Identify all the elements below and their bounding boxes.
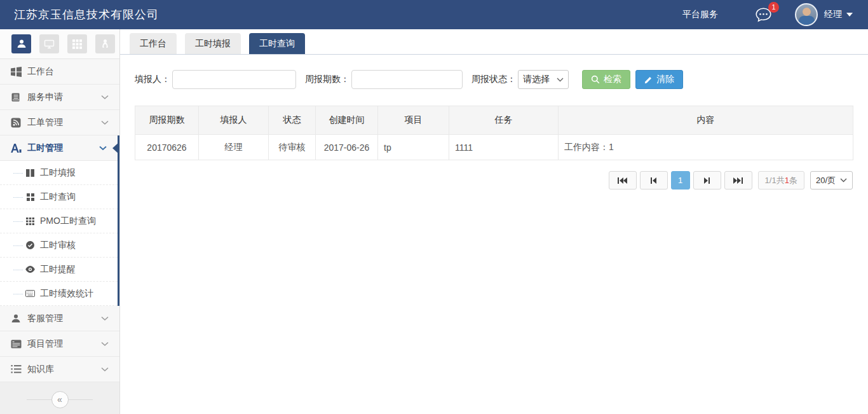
user-name: 经理	[824, 9, 842, 20]
cell-reporter: 经理	[199, 135, 269, 160]
avatar[interactable]	[795, 3, 818, 26]
table-row[interactable]: 20170626 经理 待审核 2017-06-26 tp 1111 工作内容：…	[135, 135, 853, 160]
sidebar-item-label: 项目管理	[27, 338, 63, 350]
sidebar-item-project-management[interactable]: 项目管理	[0, 331, 119, 357]
book-icon	[10, 92, 22, 103]
current-page-button[interactable]: 1	[671, 171, 690, 190]
last-page-button[interactable]	[724, 171, 752, 190]
sidebar-item-customer-service[interactable]: 客服管理	[0, 306, 119, 331]
sidebar-item-label: 工时绩效统计	[40, 288, 93, 300]
chevron-down-icon	[101, 367, 109, 372]
quick-user-button[interactable]	[11, 34, 31, 53]
pagination: 1 1/1共1条 20/页	[135, 171, 853, 190]
search-icon	[591, 75, 600, 84]
rss-icon	[10, 117, 22, 128]
sidebar-item-time-management[interactable]: 工时管理	[0, 135, 118, 161]
clear-button[interactable]: 清除	[635, 70, 683, 89]
user-menu[interactable]: 经理	[795, 3, 853, 26]
quick-penguin-button[interactable]	[95, 34, 115, 53]
table-header-row: 周报期数 填报人 状态 创建时间 项目 任务 内容	[135, 106, 853, 135]
sidebar-item-label: 工单管理	[27, 117, 63, 128]
sidebar-item-time-review[interactable]: 工时审核	[0, 233, 118, 258]
cell-content: 工作内容：1	[559, 135, 853, 160]
cell-task: 1111	[449, 135, 559, 160]
main-area: 工作台 工时填报 工时查询 填报人： 周报期数： 周报状态： 请选择 检索	[120, 29, 868, 414]
cell-project: tp	[378, 135, 449, 160]
quick-monitor-button[interactable]	[39, 34, 59, 53]
font-a-icon	[10, 142, 22, 154]
company-title: 江苏京玉信息技术有限公司	[14, 7, 159, 22]
period-input[interactable]	[351, 70, 463, 89]
ordered-list-icon	[10, 364, 22, 375]
sidebar-item-pmo-time-query[interactable]: PMO工时查询	[0, 209, 118, 233]
card-icon	[10, 338, 22, 350]
grid-icon	[72, 39, 82, 49]
sidebar-collapse-button[interactable]: «	[51, 391, 69, 408]
sidebar-item-work-orders[interactable]: 工单管理	[0, 110, 119, 135]
first-page-button[interactable]	[609, 171, 637, 190]
col-header-task: 任务	[449, 106, 559, 135]
sidebar-item-label: 服务申请	[27, 92, 63, 103]
grid-3x3-icon	[25, 217, 35, 226]
col-header-project: 项目	[378, 106, 449, 135]
cell-period: 20170626	[135, 135, 199, 160]
quick-grid-button[interactable]	[67, 34, 87, 53]
tab-time-query[interactable]: 工时查询	[249, 33, 305, 54]
platform-service-link[interactable]: 平台服务	[682, 9, 718, 20]
sidebar-item-knowledge-base[interactable]: 知识库	[0, 357, 119, 382]
sidebar-item-label: PMO工时查询	[40, 216, 96, 227]
sidebar-item-label: 工时管理	[27, 142, 63, 154]
columns-icon	[25, 169, 35, 177]
tab-workbench[interactable]: 工作台	[130, 33, 177, 54]
sidebar-item-time-reminder[interactable]: 工时提醒	[0, 258, 118, 282]
tab-time-entry[interactable]: 工时填报	[185, 33, 241, 54]
status-label: 周报状态：	[471, 74, 516, 85]
chevron-down-icon	[99, 146, 107, 151]
sidebar-item-service-request[interactable]: 服务申请	[0, 85, 119, 110]
windows-icon	[10, 66, 22, 78]
sidebar-item-label: 工时填报	[40, 167, 76, 179]
active-group-arrow	[112, 142, 119, 155]
sidebar-item-time-entry[interactable]: 工时填报	[0, 161, 118, 185]
page-summary: 1/1共1条	[758, 171, 804, 190]
reporter-label: 填报人：	[135, 74, 170, 85]
prev-page-icon	[649, 177, 658, 184]
topbar-right: 平台服务 1 经理	[682, 3, 853, 26]
prev-page-button[interactable]	[640, 171, 668, 190]
sidebar-item-label: 工作台	[27, 66, 54, 78]
next-page-button[interactable]	[693, 171, 721, 190]
monitor-icon	[44, 39, 55, 49]
status-badge: 待审核	[269, 135, 316, 160]
next-page-icon	[703, 177, 711, 184]
chevron-down-icon	[101, 95, 109, 100]
filter-form: 填报人： 周报期数： 周报状态： 请选择 检索 清除	[135, 70, 853, 89]
sidebar-collapse-row: «	[0, 390, 119, 408]
chevron-down-icon	[101, 316, 109, 321]
chevron-down-icon	[101, 120, 109, 125]
page-size-select[interactable]: 20/页	[810, 171, 853, 190]
page-summary-count: 1	[785, 176, 789, 185]
search-button[interactable]: 检索	[582, 70, 630, 89]
sidebar-item-time-query[interactable]: 工时查询	[0, 185, 118, 209]
status-select-value: 请选择	[523, 74, 550, 85]
chevron-down-icon	[846, 13, 853, 17]
penguin-icon	[100, 39, 110, 49]
col-header-created: 创建时间	[316, 106, 378, 135]
sidebar-item-time-performance-stats[interactable]: 工时绩效统计	[0, 282, 118, 306]
user-icon	[17, 39, 27, 49]
chevron-down-icon	[101, 342, 109, 347]
sidebar-item-label: 工时查询	[40, 191, 76, 203]
reporter-input[interactable]	[172, 70, 296, 89]
messages-button[interactable]: 1	[755, 7, 772, 23]
page-size-value: 20/页	[816, 175, 836, 186]
status-select[interactable]: 请选择	[518, 70, 569, 89]
grid-2x2-icon	[25, 193, 35, 202]
last-page-icon	[733, 177, 743, 184]
results-table: 周报期数 填报人 状态 创建时间 项目 任务 内容 20170626 经理 待审…	[135, 106, 853, 160]
sidebar-item-workbench[interactable]: 工作台	[0, 59, 119, 85]
tab-bar: 工作台 工时填报 工时查询	[120, 29, 868, 55]
check-circle-icon	[25, 241, 35, 250]
first-page-icon	[617, 177, 628, 184]
sidebar-item-label: 工时审核	[40, 240, 76, 251]
keyboard-icon	[25, 289, 35, 298]
